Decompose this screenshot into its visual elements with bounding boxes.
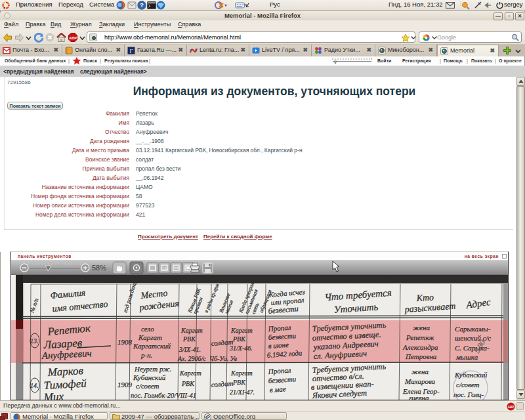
- svg-text:ABP: ABP: [69, 36, 77, 40]
- svg-text:Чб-Уо. Ув: Чб-Уо. Ув: [209, 355, 238, 362]
- svg-text:в июне: в июне: [268, 341, 289, 350]
- svg-text:Тимофей: Тимофей: [43, 377, 87, 392]
- svg-text:3/IX-41.: 3/IX-41.: [178, 346, 201, 353]
- svg-text:мышка: мышка: [455, 353, 478, 361]
- svg-text:РВК: РВК: [181, 380, 195, 387]
- svg-text:в мае: в мае: [269, 385, 286, 394]
- svg-text:1908: 1908: [117, 338, 133, 346]
- svg-text:РВК: РВК: [182, 335, 196, 343]
- svg-text:31/X-46.: 31/X-46.: [229, 345, 253, 352]
- svg-text:Репетюк: Репетюк: [406, 333, 434, 341]
- svg-text:Ах. 2906/с: Ах. 2906/с: [177, 355, 206, 362]
- svg-text:с/совет: с/совет: [136, 382, 159, 390]
- svg-text:Михарова: Михарова: [404, 377, 436, 385]
- svg-text:село: село: [141, 325, 154, 333]
- svg-text:1909: 1909: [117, 381, 133, 388]
- svg-text:Каргат: Каргат: [230, 369, 253, 377]
- svg-text:РВК: РВК: [232, 379, 246, 386]
- svg-text:солдат: солдат: [211, 379, 233, 388]
- svg-text:Кубанский: Кубанский: [133, 373, 166, 381]
- svg-text:гиевна: гиевна: [409, 394, 429, 400]
- svg-text:РВК: РВК: [232, 335, 246, 343]
- svg-text:с/совет: с/совет: [456, 381, 480, 388]
- svg-text:Каргат: Каргат: [230, 327, 253, 334]
- svg-text:Петровна: Петровна: [405, 352, 437, 360]
- svg-text:Каргат: Каргат: [179, 369, 201, 377]
- svg-text:шенский с/с: шенский с/с: [455, 334, 491, 342]
- svg-text:р-н.: р-н.: [140, 351, 152, 359]
- svg-text:Александра: Александра: [402, 343, 438, 351]
- svg-text:58%: 58%: [92, 264, 106, 272]
- svg-text:Мих: Мих: [43, 390, 64, 400]
- svg-text:Г: Г: [129, 48, 133, 54]
- svg-text:Каргат: Каргат: [180, 327, 203, 334]
- svg-text:пос. Голмбк-20/VIII-41: пос. Голмбк-20/VIII-41: [131, 392, 196, 399]
- svg-text:Пропал: Пропал: [267, 366, 291, 375]
- svg-text:Сарыкамы-: Сарыкамы-: [455, 325, 491, 333]
- svg-text:13.: 13.: [30, 337, 39, 345]
- svg-text:1:1: 1:1: [162, 266, 167, 270]
- svg-text:21/XI-47.: 21/XI-47.: [230, 388, 255, 396]
- svg-text:14.: 14.: [30, 382, 39, 389]
- svg-text:Кто: Кто: [415, 292, 434, 303]
- svg-text:Пропал: Пропал: [267, 324, 291, 333]
- svg-text:Неургт рж.: Неургт рж.: [134, 365, 171, 373]
- svg-text:?: ?: [140, 1, 144, 9]
- svg-text:Каргат: Каргат: [138, 333, 162, 341]
- svg-text:жена: жена: [413, 324, 430, 331]
- svg-text:Каргатский: Каргатский: [133, 342, 171, 350]
- svg-text:жена: жена: [411, 368, 429, 375]
- svg-text:ABP: ABP: [508, 406, 514, 409]
- svg-text:Марков: Марков: [47, 364, 84, 379]
- svg-text:пос. Голц-: пос. Голц-: [453, 390, 484, 398]
